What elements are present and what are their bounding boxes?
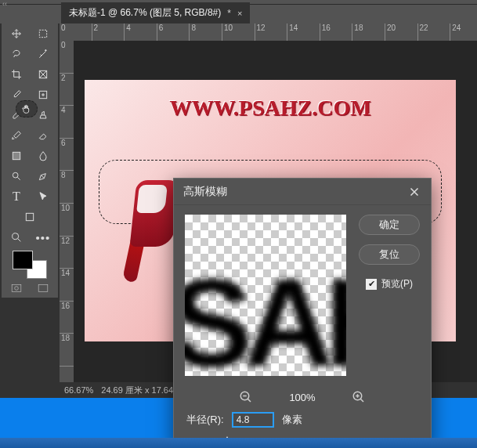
- shape-tool-icon[interactable]: [19, 208, 41, 226]
- history-brush-tool-icon[interactable]: [5, 127, 27, 144]
- status-docsize: 24.69 厘米 x 17.64: [101, 385, 173, 396]
- radius-input[interactable]: [232, 412, 274, 428]
- eraser-tool-icon[interactable]: [32, 127, 54, 144]
- move-tool-icon[interactable]: [5, 25, 27, 42]
- zoom-in-icon[interactable]: [352, 390, 366, 404]
- gaussian-blur-dialog: 高斯模糊 SAH 确定 复位 ✔ 预览(P) 100% 半径(R): 像素: [173, 178, 432, 447]
- tab-title: 未标题-1 @ 66.7% (图层 5, RGB/8#): [69, 6, 221, 20]
- status-zoom[interactable]: 66.67%: [64, 385, 93, 395]
- svg-rect-9: [38, 284, 48, 291]
- document-tabbar: 未标题-1 @ 66.7% (图层 5, RGB/8#) * ×: [0, 5, 477, 23]
- preview-checkbox[interactable]: ✔ 预览(P): [366, 277, 413, 291]
- watermark-text: WWW.PSAHZ.COM: [85, 96, 456, 121]
- svg-rect-7: [12, 284, 21, 291]
- preview-checkbox-label: 预览(P): [381, 277, 413, 291]
- type-tool-icon[interactable]: T: [5, 188, 27, 205]
- zoom-out-icon[interactable]: [239, 390, 253, 404]
- foreground-color-swatch[interactable]: [13, 251, 33, 269]
- svg-rect-0: [39, 30, 46, 37]
- dodge-tool-icon[interactable]: [5, 168, 27, 185]
- dialog-titlebar[interactable]: 高斯模糊: [174, 179, 431, 205]
- tools-panel: T •••: [2, 20, 58, 298]
- ok-button[interactable]: 确定: [359, 215, 420, 235]
- lasso-tool-icon[interactable]: [5, 45, 27, 63]
- letter-p-artwork: [125, 174, 180, 291]
- healing-brush-tool-icon[interactable]: [32, 86, 54, 103]
- checkbox-icon: ✔: [366, 279, 377, 290]
- document-tab[interactable]: 未标题-1 @ 66.7% (图层 5, RGB/8#) * ×: [61, 2, 250, 23]
- hand-tool-icon[interactable]: [16, 100, 38, 117]
- dialog-close-icon[interactable]: [407, 185, 421, 199]
- blur-tool-icon[interactable]: [32, 147, 54, 164]
- frame-tool-icon[interactable]: [32, 66, 54, 83]
- radius-unit: 像素: [282, 413, 302, 427]
- radius-label: 半径(R):: [186, 413, 224, 427]
- svg-rect-5: [26, 213, 33, 220]
- gradient-tool-icon[interactable]: [5, 147, 27, 164]
- tab-modified-indicator: *: [227, 8, 231, 19]
- dialog-title-text: 高斯模糊: [183, 185, 227, 199]
- svg-point-4: [13, 172, 18, 178]
- magic-wand-tool-icon[interactable]: [32, 45, 54, 63]
- quickmask-icon[interactable]: [9, 282, 24, 294]
- svg-rect-3: [13, 152, 20, 159]
- screenmode-icon[interactable]: [35, 282, 51, 294]
- color-swatches[interactable]: [13, 251, 47, 279]
- zoom-level: 100%: [289, 392, 315, 403]
- svg-point-6: [13, 233, 19, 240]
- marquee-tool-icon[interactable]: [32, 25, 54, 42]
- path-selection-tool-icon[interactable]: [32, 188, 54, 205]
- pen-tool-icon[interactable]: [32, 168, 54, 185]
- horizontal-ruler[interactable]: 024681012141618202224: [60, 23, 477, 41]
- preview-shape: SAH: [185, 251, 346, 376]
- edit-toolbar-icon[interactable]: •••: [32, 229, 54, 246]
- os-taskbar: [0, 438, 477, 448]
- filter-preview[interactable]: SAH: [185, 215, 346, 376]
- zoom-tool-icon[interactable]: [5, 229, 27, 246]
- crop-tool-icon[interactable]: [5, 66, 27, 83]
- svg-point-8: [15, 287, 19, 291]
- vertical-ruler[interactable]: 024681012141618: [60, 41, 74, 382]
- reset-button[interactable]: 复位: [359, 244, 420, 265]
- tab-close-icon[interactable]: ×: [237, 9, 242, 18]
